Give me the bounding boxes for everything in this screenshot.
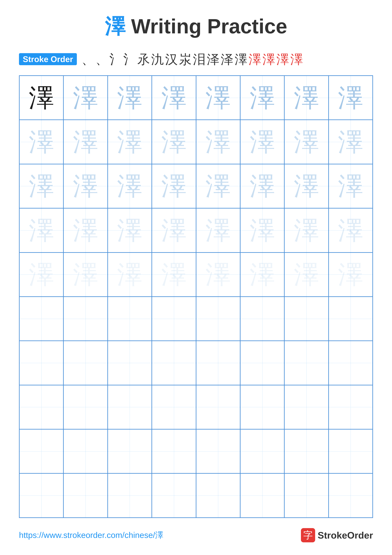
grid-cell-6-2[interactable] (64, 297, 107, 341)
stroke-5: 氶 (137, 53, 150, 66)
stroke-11: 泽 (221, 53, 233, 66)
grid-cell-10-6[interactable] (240, 473, 284, 518)
grid-cell-8-8[interactable] (328, 385, 373, 429)
footer: https://www.strokeorder.com/chinese/澤 字 … (19, 528, 373, 542)
grid-cell-5-3[interactable]: 澤 (108, 253, 152, 297)
grid-cell-6-7[interactable] (284, 297, 328, 341)
stroke-12: 澤 (235, 53, 247, 66)
grid-cell-5-5[interactable]: 澤 (196, 253, 240, 297)
grid-cell-5-2[interactable]: 澤 (64, 253, 107, 297)
grid-cell-4-3[interactable]: 澤 (108, 208, 152, 252)
grid-cell-7-2[interactable] (64, 341, 107, 385)
grid-cell-2-8[interactable]: 澤 (328, 120, 373, 164)
grid-cell-1-3[interactable]: 澤 (108, 76, 152, 120)
grid-cell-10-1[interactable] (19, 473, 64, 518)
grid-cell-1-1[interactable]: 澤 (19, 76, 64, 120)
grid-cell-2-2[interactable]: 澤 (64, 120, 107, 164)
grid-cell-2-1[interactable]: 澤 (19, 120, 64, 164)
grid-row-5: 澤 澤 澤 澤 澤 澤 澤 澤 (19, 253, 373, 297)
practice-char: 澤 (117, 85, 142, 110)
grid-cell-4-2[interactable]: 澤 (64, 208, 107, 252)
grid-cell-7-3[interactable] (108, 341, 152, 385)
grid-cell-7-6[interactable] (240, 341, 284, 385)
grid-cell-10-2[interactable] (64, 473, 107, 518)
grid-cell-5-6[interactable]: 澤 (240, 253, 284, 297)
grid-row-4: 澤 澤 澤 澤 澤 澤 澤 澤 (19, 208, 373, 252)
grid-cell-8-3[interactable] (108, 385, 152, 429)
grid-row-10 (19, 473, 373, 518)
practice-char: 澤 (205, 262, 231, 287)
grid-cell-1-7[interactable]: 澤 (284, 76, 328, 120)
stroke-9: 泪 (193, 53, 206, 66)
grid-cell-2-4[interactable]: 澤 (152, 120, 196, 164)
practice-char: 澤 (73, 218, 98, 243)
grid-cell-9-3[interactable] (108, 429, 152, 473)
grid-row-1: 澤 澤 澤 澤 澤 澤 澤 澤 (19, 76, 373, 120)
grid-cell-6-4[interactable] (152, 297, 196, 341)
grid-cell-4-8[interactable]: 澤 (328, 208, 373, 252)
grid-cell-5-8[interactable]: 澤 (328, 253, 373, 297)
grid-cell-2-3[interactable]: 澤 (108, 120, 152, 164)
grid-cell-6-8[interactable] (328, 297, 373, 341)
grid-cell-9-6[interactable] (240, 429, 284, 473)
grid-cell-8-6[interactable] (240, 385, 284, 429)
footer-url[interactable]: https://www.strokeorder.com/chinese/澤 (19, 530, 163, 541)
grid-cell-5-1[interactable]: 澤 (19, 253, 64, 297)
grid-cell-4-6[interactable]: 澤 (240, 208, 284, 252)
grid-cell-4-5[interactable]: 澤 (196, 208, 240, 252)
grid-cell-8-2[interactable] (64, 385, 107, 429)
grid-cell-7-1[interactable] (19, 341, 64, 385)
grid-cell-6-3[interactable] (108, 297, 152, 341)
grid-cell-6-5[interactable] (196, 297, 240, 341)
grid-row-2: 澤 澤 澤 澤 澤 澤 澤 澤 (19, 120, 373, 164)
grid-cell-4-4[interactable]: 澤 (152, 208, 196, 252)
grid-cell-4-1[interactable]: 澤 (19, 208, 64, 252)
grid-cell-7-7[interactable] (284, 341, 328, 385)
grid-cell-10-8[interactable] (328, 473, 373, 518)
practice-char: 澤 (29, 218, 54, 243)
grid-cell-2-5[interactable]: 澤 (196, 120, 240, 164)
grid-cell-9-4[interactable] (152, 429, 196, 473)
grid-cell-7-8[interactable] (328, 341, 373, 385)
practice-char: 澤 (29, 129, 54, 154)
grid-cell-8-5[interactable] (196, 385, 240, 429)
grid-cell-9-2[interactable] (64, 429, 107, 473)
grid-cell-3-2[interactable]: 澤 (64, 164, 107, 208)
grid-cell-6-6[interactable] (240, 297, 284, 341)
grid-cell-3-4[interactable]: 澤 (152, 164, 196, 208)
grid-cell-7-5[interactable] (196, 341, 240, 385)
grid-cell-5-4[interactable]: 澤 (152, 253, 196, 297)
grid-cell-10-3[interactable] (108, 473, 152, 518)
grid-cell-5-7[interactable]: 澤 (284, 253, 328, 297)
grid-cell-3-7[interactable]: 澤 (284, 164, 328, 208)
grid-cell-10-7[interactable] (284, 473, 328, 518)
grid-cell-8-1[interactable] (19, 385, 64, 429)
grid-cell-2-7[interactable]: 澤 (284, 120, 328, 164)
grid-cell-1-8[interactable]: 澤 (328, 76, 373, 120)
grid-cell-6-1[interactable] (19, 297, 64, 341)
grid-cell-8-4[interactable] (152, 385, 196, 429)
grid-cell-1-5[interactable]: 澤 (196, 76, 240, 120)
grid-cell-2-6[interactable]: 澤 (240, 120, 284, 164)
grid-cell-3-6[interactable]: 澤 (240, 164, 284, 208)
grid-cell-1-6[interactable]: 澤 (240, 76, 284, 120)
grid-cell-8-7[interactable] (284, 385, 328, 429)
grid-cell-9-5[interactable] (196, 429, 240, 473)
grid-cell-3-1[interactable]: 澤 (19, 164, 64, 208)
grid-cell-3-5[interactable]: 澤 (196, 164, 240, 208)
grid-cell-10-4[interactable] (152, 473, 196, 518)
grid-cell-9-8[interactable] (328, 429, 373, 473)
grid-cell-7-4[interactable] (152, 341, 196, 385)
grid-cell-1-4[interactable]: 澤 (152, 76, 196, 120)
stroke-14: 澤 (263, 53, 275, 66)
grid-cell-1-2[interactable]: 澤 (64, 76, 107, 120)
grid-cell-9-1[interactable] (19, 429, 64, 473)
practice-char: 澤 (73, 129, 98, 154)
grid-cell-10-5[interactable] (196, 473, 240, 518)
grid-cell-4-7[interactable]: 澤 (284, 208, 328, 252)
grid-cell-3-3[interactable]: 澤 (108, 164, 152, 208)
stroke-order-chars: 、 、 氵 氵 氶 氿 汉 汖 泪 泽 泽 澤 澤 澤 澤 澤 (82, 53, 303, 66)
grid-cell-3-8[interactable]: 澤 (328, 164, 373, 208)
stroke-4: 氵 (123, 53, 136, 66)
grid-cell-9-7[interactable] (284, 429, 328, 473)
